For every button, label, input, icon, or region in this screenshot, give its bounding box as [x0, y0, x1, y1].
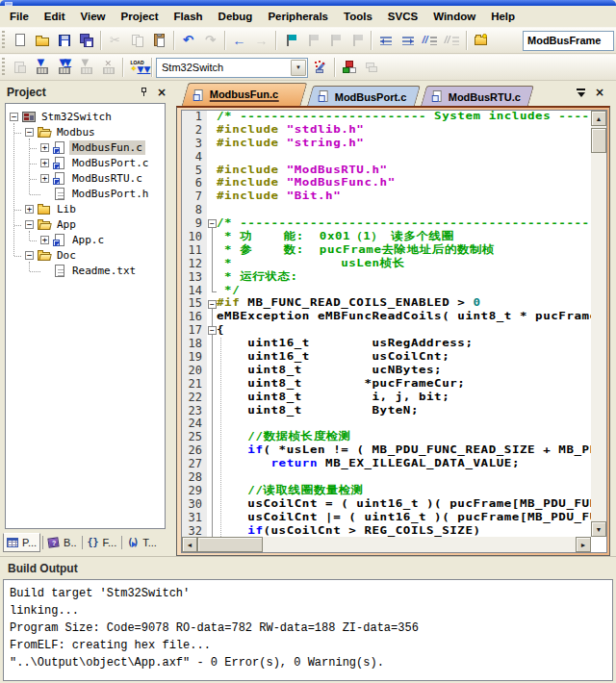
build-button[interactable]: ▼	[31, 57, 53, 78]
vertical-scrollbar[interactable]: ▲ ▼	[591, 111, 606, 537]
menu-help[interactable]: Help	[483, 8, 523, 25]
insert-bookmark-button[interactable]	[279, 30, 301, 51]
horizontal-scrollbar[interactable]: ◄ ►	[182, 537, 591, 552]
panel-tab-f[interactable]: {}F...	[85, 534, 120, 551]
build-icon: ▼	[35, 60, 50, 75]
target-options-button[interactable]	[338, 57, 360, 78]
menu-tools[interactable]: Tools	[336, 8, 380, 25]
menu-file[interactable]: File	[2, 8, 37, 25]
pin-icon[interactable]	[140, 87, 149, 97]
horizontal-scrollbar-thumb[interactable]	[197, 537, 263, 552]
rebuild-all-button[interactable]: ▼▼	[53, 57, 75, 78]
line-number: 3	[182, 138, 207, 151]
menu-debug[interactable]: Debug	[211, 8, 261, 25]
scroll-down-icon[interactable]: ▼	[591, 521, 606, 537]
target-options-wizard-button[interactable]	[309, 57, 331, 78]
project-tree[interactable]: −Stm32Switch−Modbus+ModbusFun.c+ModBusPo…	[5, 103, 166, 529]
tree-expander-icon[interactable]: +	[40, 236, 49, 244]
tree-expander-icon[interactable]: −	[25, 128, 34, 137]
configure-tools-button[interactable]	[470, 30, 492, 51]
target-select[interactable]: Stm32Switch▼	[156, 58, 308, 78]
panel-tab-b[interactable]: ?B..	[45, 534, 79, 551]
editor-tab-modbusport.c[interactable]: ModBusPort.c	[307, 86, 421, 106]
navigate-forward-button: →	[250, 30, 272, 51]
tree-item-stm32switch[interactable]: −Stm32Switch	[6, 110, 165, 125]
code-line: 7#include "Bit.h"	[182, 190, 591, 204]
new-file-button[interactable]	[9, 30, 31, 51]
tree-item-app[interactable]: −App	[6, 217, 165, 233]
find-text-input[interactable]: ModBusFrame	[523, 31, 614, 51]
fold-marker-icon[interactable]: −	[208, 300, 217, 309]
tree-item-doc[interactable]: −Doc	[6, 248, 165, 264]
line-number: 20	[182, 365, 207, 378]
open-file-button[interactable]	[31, 30, 53, 51]
paste-button[interactable]	[148, 30, 170, 51]
navigate-back-button[interactable]: ←	[228, 30, 250, 51]
save-button[interactable]	[53, 30, 75, 51]
toolbar-separator	[173, 31, 174, 50]
menu-edit[interactable]: Edit	[37, 8, 73, 25]
close-document-icon[interactable]: ×	[595, 87, 604, 98]
book-icon: ?	[48, 537, 61, 548]
tree-expander-icon[interactable]: −	[25, 220, 34, 229]
code-editor[interactable]: 1/* ------------------------ System incl…	[182, 111, 591, 537]
insert-bookmark-icon	[283, 33, 298, 48]
tree-expander-icon[interactable]: −	[10, 113, 18, 121]
paste-icon	[152, 33, 167, 48]
scroll-right-icon[interactable]: ►	[576, 537, 591, 552]
menu-flash[interactable]: Flash	[167, 8, 211, 25]
tree-item-label: ModBusRTU.c	[69, 171, 145, 186]
indent-button[interactable]	[397, 30, 419, 51]
vertical-scrollbar-thumb[interactable]	[591, 128, 606, 153]
tree-expander-icon[interactable]: +	[40, 159, 49, 167]
line-number: 9	[182, 217, 207, 231]
close-icon[interactable]: ×	[157, 87, 167, 98]
menu-peripherals[interactable]: Peripherals	[260, 8, 336, 25]
tree-item-lib[interactable]: +Lib	[6, 202, 165, 217]
manage-components-button	[360, 57, 382, 78]
line-number: 18	[182, 338, 207, 351]
tree-item-modbusport-h[interactable]: ModBusPort.h	[6, 187, 165, 202]
editor-tab-modbusrtu.c[interactable]: ModBusRTU.c	[421, 86, 534, 106]
scroll-left-icon[interactable]: ◄	[182, 537, 197, 552]
manage-components-icon	[364, 60, 379, 75]
tree-expander-icon[interactable]: +	[40, 143, 49, 152]
panel-tab-p[interactable]: P...	[3, 533, 40, 552]
tree-item-modbusfun-c[interactable]: +ModbusFun.c	[6, 140, 165, 156]
tree-expander-icon[interactable]: −	[25, 251, 34, 260]
panel-tab-separator	[42, 536, 43, 549]
folder-open-icon	[38, 126, 53, 139]
save-all-icon	[79, 33, 94, 48]
editor-tab-modbusfun.c[interactable]: ModbusFun.c	[182, 83, 308, 106]
target-options-icon	[342, 60, 357, 75]
combo-dropdown-icon[interactable]: ▼	[291, 60, 306, 76]
menu-svcs[interactable]: SVCS	[380, 8, 425, 25]
panel-tab-t[interactable]: ()T...	[124, 534, 160, 551]
tab-list-icon[interactable]	[577, 89, 585, 97]
fold-marker-icon[interactable]: −	[208, 219, 217, 228]
redo-icon: ↷	[203, 33, 218, 48]
tree-item-modbusport-c[interactable]: +ModBusPort.c	[6, 156, 165, 171]
save-all-button[interactable]	[75, 30, 97, 51]
editor-tab-bar: ModbusFun.cModBusPort.cModBusRTU.c ×	[176, 82, 610, 106]
project-panel-header: Project ×	[2, 82, 171, 102]
tree-expander-icon[interactable]: +	[25, 205, 34, 214]
scroll-up-icon[interactable]: ▲	[591, 111, 606, 126]
tree-item-modbusrtu-c[interactable]: +ModBusRTU.c	[6, 171, 165, 187]
menu-bar: FileEditViewProjectFlashDebugPeripherals…	[0, 6, 616, 27]
tree-expander-icon[interactable]: +	[40, 174, 49, 183]
tree-item-app-c[interactable]: +App.c	[6, 233, 165, 248]
menu-window[interactable]: Window	[425, 8, 483, 25]
menu-view[interactable]: View	[73, 8, 114, 25]
undo-button[interactable]: ↶	[177, 30, 199, 51]
comment-selection-button[interactable]: //	[419, 30, 441, 51]
menu-project[interactable]: Project	[114, 8, 167, 25]
tree-item-readme-txt[interactable]: Readme.txt	[6, 264, 165, 279]
project-panel-tabs: P...?B..{}F...()T...	[3, 531, 160, 554]
unindent-button[interactable]	[374, 30, 397, 51]
line-number: 32	[182, 525, 207, 537]
build-output-log[interactable]: Build target 'Stm32Switch'linking...Prog…	[3, 579, 613, 681]
download-to-flash-button[interactable]: LOAD✦▼▼	[126, 57, 148, 78]
fold-marker-icon[interactable]: −	[208, 326, 217, 335]
tree-item-modbus[interactable]: −Modbus	[6, 125, 165, 140]
